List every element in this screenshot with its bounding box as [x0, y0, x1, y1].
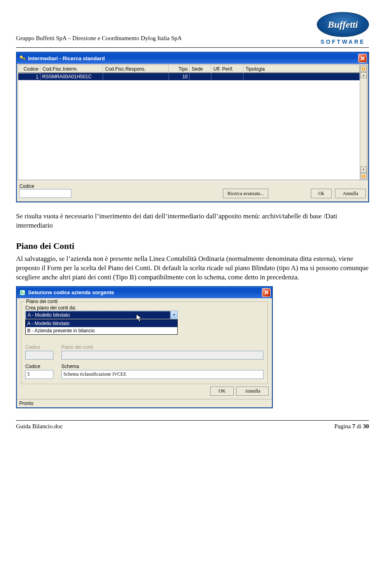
nav-first-icon[interactable]: ⏫ [361, 66, 367, 72]
grid-nav-buttons: ⏫ ▲ ▼ ⏬ [360, 65, 367, 180]
close-button[interactable] [358, 54, 367, 63]
disabled-field-row: Codice Piano dei conti [25, 344, 263, 360]
annulla-button[interactable]: Annulla [335, 189, 366, 198]
key-icon [19, 55, 26, 61]
close-icon [361, 56, 365, 61]
cell-uff [211, 73, 243, 80]
piano-disabled-input [61, 351, 263, 360]
cell-codfisc-respons [103, 73, 169, 80]
cell-sede [190, 73, 211, 80]
svg-rect-3 [20, 290, 25, 295]
svg-rect-2 [24, 59, 25, 60]
paragraph-1: Se risulta vuota è necessario l’inserime… [16, 212, 369, 230]
codice2-label: Codice [25, 364, 53, 369]
codice-disabled-label: Codice [25, 344, 53, 350]
grid-header: Codice Cod.Fisc.Interm. Cod.Fisc.Respons… [18, 65, 360, 73]
cell-codice: 1 [18, 73, 41, 80]
status-bar: Pronto [17, 399, 272, 407]
codice-disabled-input [25, 351, 53, 360]
logo-subtitle: SOFTWARE [317, 39, 369, 45]
codice-input[interactable] [19, 189, 71, 198]
codice2-input[interactable] [25, 370, 53, 379]
crea-piano-label: Crea piano dei conti da: [25, 305, 263, 311]
footer-doc-name: Guida Bilancio.doc [16, 423, 63, 430]
ricerca-avanzata-button[interactable]: Ricerca avanzata... [223, 189, 268, 198]
groupbox-piano-dei-conti: Piano dei conti Crea piano dei conti da:… [21, 301, 268, 384]
piano-disabled-label: Piano dei conti [61, 344, 263, 350]
nav-last-icon[interactable]: ⏬ [361, 173, 367, 179]
logo-oval: Buffetti [317, 12, 369, 37]
schema-input[interactable] [61, 370, 263, 379]
col-codfisc-interm[interactable]: Cod.Fisc.Interm. [41, 65, 103, 73]
piano-combo[interactable]: A - Modello blindato ▼ A - Modello blind… [25, 311, 178, 319]
heading-piano-dei-conti: Piano dei Conti [16, 241, 369, 251]
dialog-title: Intermediari - Ricerca standard [28, 55, 105, 61]
table-row[interactable]: 1 RSSMRA00A01H501C 10 [18, 73, 360, 80]
app-icon [19, 289, 26, 296]
chevron-down-icon[interactable]: ▼ [170, 311, 177, 319]
titlebar: Selezione codice azienda sorgente [17, 287, 272, 298]
cursor-icon [136, 314, 143, 323]
col-tipologia[interactable]: Tipologia [243, 65, 360, 73]
titlebar: Intermediari - Ricerca standard [17, 53, 368, 64]
combo-selected-value: A - Modello blindato [26, 311, 170, 319]
annulla-button[interactable]: Annulla [236, 387, 269, 396]
dialog-intermediari: Intermediari - Ricerca standard Codice C… [16, 52, 369, 202]
close-button[interactable] [262, 288, 271, 297]
dialog-bottom-bar: Codice Ricerca avanzata... Ok Annulla [17, 181, 368, 201]
col-codice[interactable]: Codice [18, 65, 41, 73]
cell-tipo: 10 [169, 73, 190, 80]
groupbox-title: Piano dei conti [24, 299, 59, 304]
paragraph-2: Al salvataggio, se l’azienda non è prese… [16, 254, 369, 282]
nav-up-icon[interactable]: ▲ [361, 72, 367, 78]
logo-wordmark: Buffetti [328, 19, 358, 30]
dialog-selezione-codice: Selezione codice azienda sorgente Piano … [16, 286, 273, 408]
header-divider [16, 47, 369, 48]
footer-page: Pagina 7 di 30 [334, 423, 369, 430]
footer-divider [16, 420, 369, 421]
logo: Buffetti SOFTWARE [317, 12, 369, 45]
cell-tipologia [243, 73, 360, 80]
ok-button[interactable]: Ok [311, 189, 332, 198]
schema-field-row: Codice Schema [25, 364, 263, 379]
cell-codfisc-interm: RSSMRA00A01H501C [41, 73, 103, 80]
col-uff-perif[interactable]: Uff. Perif. [211, 65, 243, 73]
codice-label: Codice [19, 183, 71, 189]
nav-down-icon[interactable]: ▼ [361, 167, 367, 173]
col-tipo[interactable]: Tipo [169, 65, 190, 73]
results-grid[interactable]: Codice Cod.Fisc.Interm. Cod.Fisc.Respons… [18, 65, 367, 180]
dropdown-option-a[interactable]: A - Modello blindato [26, 320, 177, 327]
combo-dropdown: A - Modello blindato B - Azienda present… [25, 319, 178, 335]
col-sede[interactable]: Sede [190, 65, 211, 73]
dropdown-option-b[interactable]: B - Azienda presente in bilancio [26, 327, 177, 334]
page-header-company: Gruppo Buffetti SpA – Direzione e Coordi… [16, 35, 182, 45]
ok-button[interactable]: OK [210, 387, 234, 396]
schema-label: Schema [61, 364, 263, 369]
col-codfisc-respons[interactable]: Cod.Fisc.Respons. [103, 65, 169, 73]
dialog-title: Selezione codice azienda sorgente [28, 289, 114, 295]
close-icon [264, 290, 269, 295]
